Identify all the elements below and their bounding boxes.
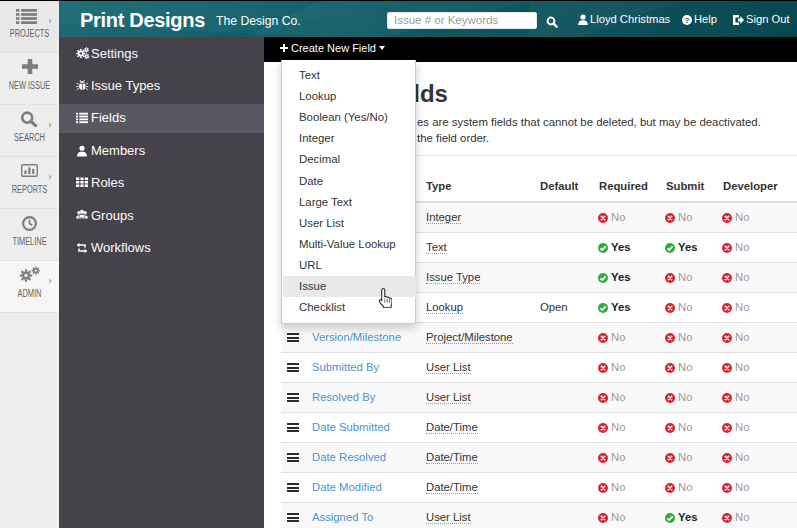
svg-text:?: ? xyxy=(685,16,690,25)
